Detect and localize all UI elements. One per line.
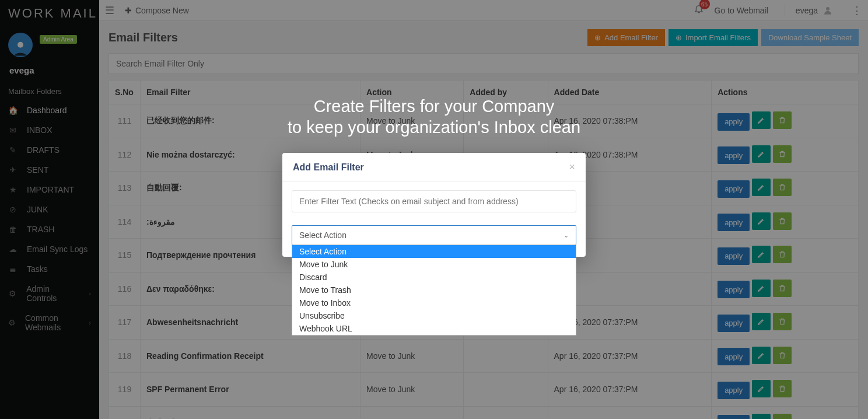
action-select[interactable]: Select Action ⌄ Select ActionMove to Jun… xyxy=(292,225,576,245)
action-dropdown: Select ActionMove to JunkDiscardMove to … xyxy=(292,245,576,336)
modal-title: Add Email Filter xyxy=(293,162,364,173)
close-icon[interactable]: × xyxy=(569,161,575,173)
dropdown-option[interactable]: Move to Trash xyxy=(292,284,576,296)
dropdown-option[interactable]: Select Action xyxy=(292,245,576,258)
action-select-value: Select Action xyxy=(299,231,346,240)
chevron-down-icon: ⌄ xyxy=(564,232,569,239)
filter-text-input[interactable] xyxy=(292,190,576,212)
dropdown-option[interactable]: Move to Junk xyxy=(292,258,576,271)
dropdown-option[interactable]: Unsubscribe xyxy=(292,309,576,322)
add-filter-modal: Add Email Filter × Select Action ⌄ Selec… xyxy=(282,153,586,257)
dropdown-option[interactable]: Move to Inbox xyxy=(292,296,576,309)
dropdown-option[interactable]: Webhook URL xyxy=(292,322,576,335)
dropdown-option[interactable]: Discard xyxy=(292,271,576,284)
